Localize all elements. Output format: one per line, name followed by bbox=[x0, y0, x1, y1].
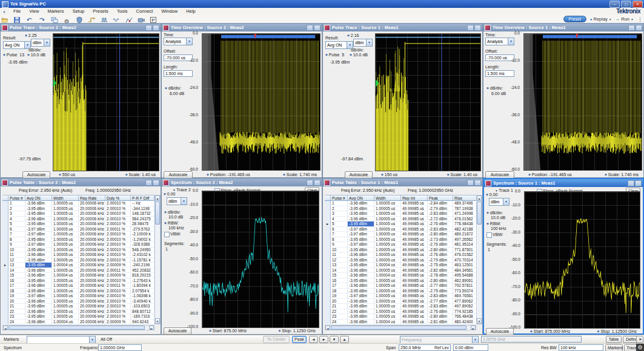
time-overview-graph[interactable] bbox=[202, 33, 320, 171]
table-cell[interactable]: 2.00010 % bbox=[105, 242, 131, 248]
peak-button[interactable]: Peak bbox=[292, 336, 307, 343]
table-row[interactable]: ▸13-3.95 dBm1.00004 us20.00006 kHz2.0000… bbox=[2, 263, 154, 268]
table-row[interactable]: 19-3.97 dBm1.00005 us20.00006 kHz2.00010… bbox=[2, 294, 154, 299]
table-cell[interactable]: 14 bbox=[8, 268, 25, 274]
table-row[interactable]: 5-3.95 dBm1.00005 us20.00006 kHz2.00010 … bbox=[2, 221, 154, 227]
table-cell[interactable]: 20.00006 kHz bbox=[79, 237, 105, 243]
table-cell[interactable]: 49.99985 us bbox=[401, 242, 428, 248]
row-selector[interactable] bbox=[2, 217, 8, 222]
table-cell[interactable]: -- Hz bbox=[131, 201, 154, 206]
row-selector[interactable] bbox=[325, 237, 331, 243]
table-cell[interactable]: 49.99985 us bbox=[401, 263, 428, 268]
table-cell[interactable]: 49.99985 us bbox=[401, 232, 428, 237]
table-cell[interactable]: 22 bbox=[8, 309, 25, 315]
table-cell[interactable]: 1.00005 us bbox=[374, 268, 401, 274]
chevron-down-icon[interactable] bbox=[89, 336, 95, 343]
table-cell[interactable]: -3.96 dBm bbox=[348, 309, 374, 315]
table-cell[interactable]: 2.00010 % bbox=[105, 217, 131, 222]
table-cell[interactable]: -2.79 dBm bbox=[428, 206, 453, 212]
table-cell[interactable]: -3.97 dBm bbox=[25, 294, 52, 299]
table-cell[interactable]: 462.89061 bbox=[453, 278, 477, 284]
table-cell[interactable]: -3.96 dBm bbox=[348, 217, 374, 222]
table-cell[interactable]: -2.80 dBm bbox=[428, 248, 453, 253]
column-header[interactable]: Peak bbox=[428, 195, 453, 201]
row-selector[interactable] bbox=[2, 237, 8, 243]
table-row[interactable]: 20-3.96 dBm1.00005 us20.00006 kHz2.00010… bbox=[2, 299, 154, 304]
table-cell[interactable]: 766.48438 bbox=[453, 314, 477, 320]
column-header[interactable]: Rep Int bbox=[401, 195, 428, 201]
table-cell[interactable]: 1.00005 us bbox=[374, 252, 401, 258]
chevron-down-icon[interactable] bbox=[366, 39, 372, 46]
chevron-down-icon[interactable] bbox=[347, 42, 353, 48]
panel-restore-icon[interactable] bbox=[467, 25, 474, 31]
table-cell[interactable]: 7 bbox=[8, 232, 25, 237]
vertical-scrollbar[interactable]: ▲ ▼ bbox=[154, 195, 161, 324]
table-cell[interactable]: -2.84 dBm bbox=[428, 201, 453, 206]
table-cell[interactable]: 24 bbox=[331, 320, 348, 325]
table-cell[interactable]: 1.00005 us bbox=[374, 248, 401, 253]
column-header[interactable]: Avg ON bbox=[348, 195, 374, 201]
table-cell[interactable]: 1.00005 us bbox=[374, 211, 401, 217]
table-cell[interactable]: 2.00010 % bbox=[105, 237, 131, 243]
table-cell[interactable]: 1.00005 us bbox=[52, 217, 79, 222]
table-cell[interactable]: 23 bbox=[331, 314, 348, 320]
table-cell[interactable]: -3.97 dBm bbox=[348, 227, 374, 232]
column-header[interactable]: Width bbox=[52, 195, 79, 201]
table-cell[interactable]: 19 bbox=[331, 294, 348, 299]
menu-tools[interactable]: Tools bbox=[113, 8, 131, 15]
autoscale-button[interactable]: Autoscale bbox=[164, 327, 191, 335]
table-cell[interactable]: 1.00005 us bbox=[52, 221, 79, 227]
row-selector[interactable] bbox=[2, 268, 8, 274]
table-cell[interactable]: 20.00006 kHz bbox=[79, 320, 105, 325]
table-cell[interactable]: -3.95 dBm bbox=[348, 258, 374, 263]
table-cell[interactable]: 476.01562 bbox=[453, 217, 477, 222]
table-cell[interactable]: -2.77 dBm bbox=[428, 283, 453, 289]
table-row[interactable]: 14-3.96 dBm1.00005 us20.00006 kHz2.00011… bbox=[2, 268, 154, 274]
table-cell[interactable]: -2.80 dBm bbox=[428, 314, 453, 320]
table-cell[interactable]: -3.97 dBm bbox=[25, 227, 52, 232]
table-cell[interactable]: -279.5763 bbox=[131, 227, 154, 232]
scroll-left-icon[interactable]: ◄ bbox=[325, 326, 330, 330]
table-cell[interactable]: 1.00005 us bbox=[374, 278, 401, 284]
table-cell[interactable]: 20.00006 kHz bbox=[79, 278, 105, 284]
table-cell[interactable]: 1.00005 us bbox=[374, 206, 401, 212]
table-cell[interactable]: 20.00006 kHz bbox=[79, 211, 105, 217]
table-row[interactable]: 3-3.95 dBm1.00005 us20.00006 kHz2.00010 … bbox=[2, 211, 154, 217]
table-cell[interactable]: 1.00005 us bbox=[52, 252, 79, 258]
table-cell[interactable]: 1.00005 us bbox=[52, 289, 79, 294]
table-row[interactable]: 12-3.95 dBm1.00005 us49.99985 us-2.79 dB… bbox=[325, 258, 477, 263]
panel-maximize-icon[interactable] bbox=[474, 25, 481, 31]
table-cell[interactable]: -3.96 dBm bbox=[348, 273, 374, 278]
table-cell[interactable]: 24 bbox=[8, 320, 25, 325]
table-cell[interactable]: 12 bbox=[331, 258, 348, 263]
table-cell[interactable]: -3.96 dBm bbox=[25, 320, 52, 325]
table-row[interactable]: 4-3.96 dBm1.00005 us20.00006 kHz2.00010 … bbox=[2, 217, 154, 222]
scroll-up-icon[interactable]: ▲ bbox=[155, 195, 160, 201]
table-row[interactable]: 3-3.95 dBm1.00005 us49.99985 us-2.83 dBm… bbox=[325, 211, 477, 217]
table-cell[interactable]: -3.95 dBm bbox=[25, 314, 52, 320]
table-cell[interactable]: 1.00005 us bbox=[374, 217, 401, 222]
pulse-trace-graph[interactable] bbox=[53, 33, 159, 171]
units-combo[interactable]: dBm bbox=[31, 39, 50, 47]
column-header[interactable] bbox=[325, 195, 331, 201]
settings-gear-icon[interactable]: ⚙ bbox=[62, 15, 71, 22]
table-cell[interactable]: -3.95 dBm bbox=[25, 258, 52, 263]
minimize-icon[interactable] bbox=[609, 1, 620, 8]
table-cell[interactable]: 2.00010 % bbox=[105, 314, 131, 320]
peak-higher-icon[interactable]: ▲ bbox=[340, 336, 349, 343]
table-cell[interactable]: -3.95 dBm bbox=[25, 289, 52, 294]
column-header[interactable]: Pulse # bbox=[8, 195, 25, 201]
column-header[interactable]: P-R F Diff bbox=[131, 195, 154, 201]
row-selector[interactable] bbox=[325, 273, 331, 278]
table-cell[interactable]: 20.00006 kHz bbox=[79, 201, 105, 206]
table-cell[interactable]: 49.99985 us bbox=[401, 217, 428, 222]
table-cell[interactable]: 1.00005 us bbox=[374, 299, 401, 304]
table-cell[interactable]: -3.95 dBm bbox=[348, 237, 374, 243]
row-selector[interactable] bbox=[325, 217, 331, 222]
menu-markers[interactable]: Markers bbox=[44, 8, 67, 15]
table-cell[interactable]: 2.00010 % bbox=[105, 278, 131, 284]
row-selector[interactable] bbox=[325, 227, 331, 232]
table-cell[interactable]: -344.1198 bbox=[131, 206, 154, 212]
table-cell[interactable]: 49.99985 us bbox=[401, 268, 428, 274]
table-cell[interactable]: 584.24375 bbox=[131, 217, 154, 222]
